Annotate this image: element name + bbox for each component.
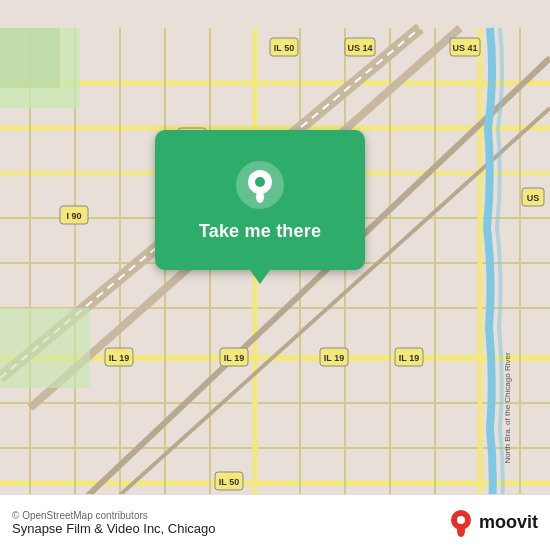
location-popup: Take me there — [155, 130, 365, 270]
moovit-label: moovit — [479, 512, 538, 533]
svg-point-55 — [255, 177, 265, 187]
svg-point-58 — [457, 525, 465, 537]
svg-text:IL 50: IL 50 — [219, 477, 239, 487]
bottom-bar: © OpenStreetMap contributors Synapse Fil… — [0, 494, 550, 550]
svg-text:IL 19: IL 19 — [109, 353, 129, 363]
svg-point-56 — [256, 191, 264, 203]
svg-text:IL 19: IL 19 — [399, 353, 419, 363]
svg-text:IL 19: IL 19 — [324, 353, 344, 363]
map-roads: IL 50 US 14 US 41 I 94 I 90 IL 19 IL 19 … — [0, 0, 550, 550]
svg-text:US 41: US 41 — [452, 43, 477, 53]
bottom-left-info: © OpenStreetMap contributors Synapse Fil… — [12, 510, 216, 536]
moovit-logo: moovit — [447, 509, 538, 537]
take-me-there-button[interactable]: Take me there — [199, 221, 321, 242]
svg-text:IL 19: IL 19 — [224, 353, 244, 363]
map-pin-icon — [234, 159, 286, 211]
moovit-icon — [447, 509, 475, 537]
svg-point-59 — [457, 516, 465, 524]
svg-rect-28 — [0, 28, 60, 88]
copyright-text: © OpenStreetMap contributors — [12, 510, 216, 521]
svg-text:I 90: I 90 — [66, 211, 81, 221]
svg-rect-29 — [0, 308, 90, 388]
svg-text:US: US — [527, 193, 540, 203]
svg-text:US 14: US 14 — [347, 43, 372, 53]
svg-text:North Bra. of the Chicago Rive: North Bra. of the Chicago River — [503, 352, 512, 463]
svg-text:IL 50: IL 50 — [274, 43, 294, 53]
location-name: Synapse Film & Video Inc, Chicago — [12, 521, 216, 536]
map-container: IL 50 US 14 US 41 I 94 I 90 IL 19 IL 19 … — [0, 0, 550, 550]
